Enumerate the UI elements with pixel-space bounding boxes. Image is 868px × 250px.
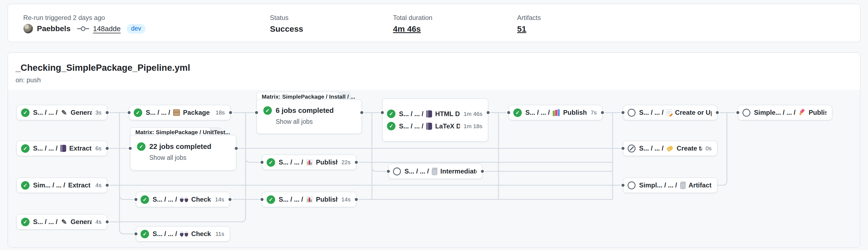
success-icon: ✓ bbox=[21, 108, 30, 117]
neutral-status-icon bbox=[628, 109, 636, 117]
success-icon: ✓ bbox=[134, 108, 142, 117]
success-icon: ✓ bbox=[513, 108, 522, 117]
job-duration: 18s bbox=[216, 109, 225, 116]
neutral-status-icon bbox=[628, 181, 636, 189]
job-card-artifact-cleanup[interactable]: Simpl... / ... /Artifact Cleanup bbox=[623, 178, 717, 193]
job-duration: 4s bbox=[95, 219, 101, 225]
books-icon bbox=[553, 109, 560, 116]
eyes-icon bbox=[180, 197, 188, 202]
memo-icon bbox=[666, 109, 672, 116]
artifacts-count[interactable]: 51 bbox=[517, 24, 526, 34]
duration-label: Total duration bbox=[393, 14, 432, 22]
job-card-check-static-typing[interactable]: ✓ S... / ... /Check Static Ty... 14s bbox=[136, 192, 230, 207]
neutral-status-icon bbox=[393, 168, 401, 175]
success-icon: ✓ bbox=[267, 195, 275, 204]
matrix-summary: 22 jobs completed bbox=[149, 142, 211, 151]
rocket-icon bbox=[799, 109, 806, 116]
job-card-publish-test-results[interactable]: ✓ S... / ... /Publish Test Re... 14s bbox=[262, 192, 356, 207]
success-icon: ✓ bbox=[141, 195, 149, 204]
skipped-status-icon bbox=[628, 145, 636, 152]
trash-icon bbox=[432, 169, 437, 175]
pencil-icon bbox=[60, 218, 67, 225]
matrix-group-unittest[interactable]: Matrix: SimplePackage / UnitTest... ✓ 22… bbox=[130, 127, 236, 171]
job-duration: 7s bbox=[591, 109, 597, 116]
job-card-create-or-update-release[interactable]: S... / ... /Create or Update R... bbox=[623, 105, 717, 120]
avatar[interactable] bbox=[23, 24, 33, 34]
success-icon: ✓ bbox=[267, 158, 275, 167]
branch-badge[interactable]: dev bbox=[127, 24, 146, 34]
job-card-create-tag[interactable]: S... / ... /Create tag '${{ in... 0s bbox=[623, 141, 717, 156]
success-icon: ✓ bbox=[21, 144, 30, 153]
eyes-icon bbox=[180, 231, 188, 237]
pencil-icon bbox=[60, 109, 67, 116]
commit-sha-link[interactable]: 148adde bbox=[93, 25, 121, 33]
job-duration: 22s bbox=[341, 159, 350, 166]
job-duration: 4s bbox=[95, 182, 101, 188]
rerun-label: Re-run triggered 2 days ago bbox=[23, 14, 105, 22]
job-card-publish-to-gh-pages[interactable]: ✓ S... / ... /Publish to GH-P... 7s bbox=[509, 105, 602, 120]
job-duration: 1m 18s bbox=[464, 123, 483, 130]
git-commit-icon bbox=[77, 26, 89, 32]
job-card-publish-code-coverage[interactable]: ✓ S... / ... /Publish Code C... 22s bbox=[262, 155, 356, 170]
job-card-package-in-source[interactable]: ✓ S... / ... /Package in Sou... 18s bbox=[129, 105, 230, 120]
job-group-documentation[interactable]: ✓ S... / ... /HTML Docu... 1m 46s ✓ S...… bbox=[382, 98, 488, 142]
notebook-icon bbox=[426, 123, 432, 130]
job-row-html-documentation[interactable]: ✓ S... / ... /HTML Docu... 1m 46s bbox=[387, 110, 483, 118]
status-value: Success bbox=[270, 24, 303, 34]
success-icon: ✓ bbox=[387, 122, 396, 130]
job-card-intermediate-artifacts[interactable]: S... / ... /Intermediate Artifa... bbox=[388, 164, 483, 179]
success-icon: ✓ bbox=[264, 106, 272, 115]
job-card-generate-pipeline-2[interactable]: ✓ S... / ... /Generate pipelin... 4s bbox=[17, 214, 107, 229]
notebook-icon bbox=[60, 145, 66, 152]
job-duration: 14s bbox=[215, 196, 224, 203]
job-row-latex-documentation[interactable]: ✓ S... / ... /LaTeX Docu... 1m 18s bbox=[387, 122, 483, 130]
tag-icon bbox=[666, 145, 674, 152]
bar-chart-icon bbox=[306, 159, 313, 166]
job-duration: 3s bbox=[95, 109, 101, 116]
show-all-jobs-link[interactable]: Show all jobs bbox=[276, 118, 313, 126]
job-card-publish-to-pypi[interactable]: Simple... / ... /Publish to PyPI bbox=[738, 105, 832, 120]
matrix-group-install[interactable]: Matrix: SimplePackage / Install / ... ✓ … bbox=[256, 92, 362, 134]
success-icon: ✓ bbox=[21, 181, 30, 190]
actor-row: Paebbels 148adde dev bbox=[23, 24, 146, 34]
job-duration: 14s bbox=[341, 196, 350, 203]
workflow-title: _Checking_SimplePackage_Pipeline.yml bbox=[16, 63, 190, 73]
artifacts-label: Artifacts bbox=[517, 14, 541, 22]
notebook-icon bbox=[426, 110, 432, 117]
actor-name[interactable]: Paebbels bbox=[37, 24, 70, 33]
duration-value[interactable]: 4m 46s bbox=[393, 24, 421, 34]
neutral-status-icon bbox=[742, 109, 750, 117]
job-card-extract-information[interactable]: ✓ Sim... / ... /Extract Information 4s bbox=[17, 178, 107, 193]
job-duration: 1m 46s bbox=[464, 111, 483, 117]
bar-chart-icon bbox=[306, 196, 313, 203]
package-icon bbox=[173, 109, 180, 116]
job-duration: 0s bbox=[706, 145, 712, 152]
run-summary-card: Re-run triggered 2 days ago Paebbels 148… bbox=[8, 4, 860, 42]
success-icon: ✓ bbox=[21, 218, 30, 226]
workflow-trigger: on: push bbox=[16, 76, 41, 84]
status-label: Status bbox=[270, 14, 288, 22]
job-card-check-documentation[interactable]: ✓ S... / ... /Check docume... 11s bbox=[136, 226, 230, 242]
success-icon: ✓ bbox=[387, 110, 396, 118]
matrix-summary: 6 jobs completed bbox=[276, 106, 334, 115]
success-icon: ✓ bbox=[137, 142, 146, 151]
trash-icon bbox=[680, 183, 686, 189]
job-duration: 11s bbox=[216, 230, 224, 237]
success-icon: ✓ bbox=[141, 230, 149, 238]
job-card-extract-configurations[interactable]: ✓ S... / ... /Extract configur... 6s bbox=[17, 141, 107, 156]
show-all-jobs-link[interactable]: Show all jobs bbox=[149, 154, 187, 162]
job-duration: 6s bbox=[95, 145, 101, 152]
job-card-generate-pipeline-1[interactable]: ✓ S... / ... /Generate pipelin... 3s bbox=[17, 105, 107, 120]
